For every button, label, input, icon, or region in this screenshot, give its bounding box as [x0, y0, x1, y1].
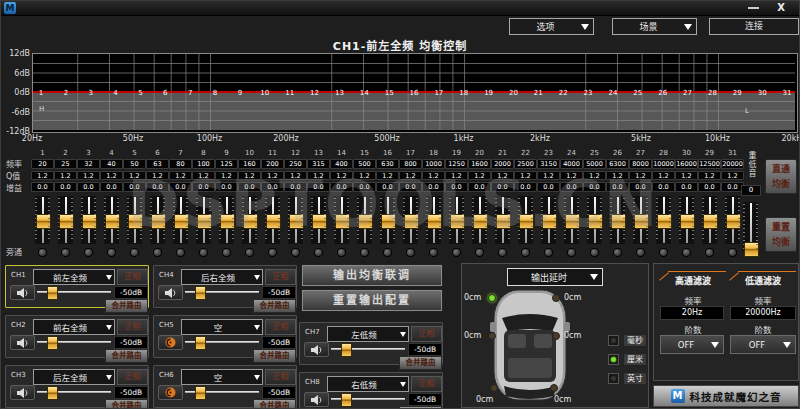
band-gain-fader[interactable]	[311, 196, 326, 244]
band-bypass-toggle[interactable]	[383, 248, 392, 257]
eq-point-22[interactable]: 22	[559, 89, 568, 97]
reset-eq-button[interactable]: 重置 均衡	[765, 217, 797, 252]
lp-freq-value[interactable]: 20000Hz	[730, 306, 796, 320]
band-bypass-toggle[interactable]	[314, 248, 323, 257]
radio-box[interactable]	[608, 335, 619, 346]
speaker-icon-button[interactable]	[304, 342, 329, 357]
band-gain-fader[interactable]	[495, 196, 510, 244]
delay-dot-rear-right[interactable]	[550, 384, 558, 392]
phase-button[interactable]: 正相	[117, 269, 148, 285]
channel-source-dropdown[interactable]: 前左全频	[33, 269, 115, 285]
fader-handle[interactable]	[36, 214, 51, 229]
phase-button[interactable]: 正相	[265, 369, 296, 385]
channel-gain-slider[interactable]	[37, 286, 111, 298]
eq-point-1[interactable]: 1	[39, 89, 43, 97]
fader-handle[interactable]	[634, 214, 649, 229]
eq-point-11[interactable]: 11	[285, 89, 294, 97]
minimize-button[interactable]	[748, 7, 759, 9]
delay-dot-rear-left[interactable]	[490, 384, 498, 392]
delay-dot-front-right[interactable]	[552, 294, 560, 302]
fader-handle[interactable]	[703, 214, 718, 229]
slider-handle[interactable]	[195, 386, 206, 400]
band-bypass-toggle[interactable]	[544, 248, 553, 257]
band-gain-fader[interactable]	[150, 196, 165, 244]
band-gain-fader[interactable]	[35, 196, 50, 244]
band-gain-fader[interactable]	[426, 196, 441, 244]
fader-handle[interactable]	[59, 214, 74, 229]
eq-point-6[interactable]: 6	[163, 89, 168, 97]
channel-gain-slider[interactable]	[331, 393, 405, 405]
direct-eq-button[interactable]: 直通 均衡	[765, 159, 797, 194]
radio-box[interactable]	[608, 354, 619, 365]
channel-source-dropdown[interactable]: 后右全频	[181, 269, 263, 285]
phase-button[interactable]: 正相	[411, 326, 442, 342]
band-gain-fader[interactable]	[541, 196, 556, 244]
fader-handle[interactable]	[611, 214, 626, 229]
band-bypass-toggle[interactable]	[291, 248, 300, 257]
unit-radio-3[interactable]: 英寸	[608, 372, 647, 385]
channel-source-dropdown[interactable]: 空	[181, 369, 263, 385]
fader-handle[interactable]	[358, 214, 373, 229]
band-gain-fader[interactable]	[449, 196, 464, 244]
band-bypass-toggle[interactable]	[268, 248, 277, 257]
eq-point-30[interactable]: 30	[758, 89, 767, 97]
slider-handle[interactable]	[47, 386, 58, 400]
band-bypass-toggle[interactable]	[728, 248, 737, 257]
band-bypass-toggle[interactable]	[705, 248, 714, 257]
fader-handle[interactable]	[588, 214, 603, 229]
channel-source-dropdown[interactable]: 空	[181, 319, 263, 335]
eq-point-4[interactable]: 4	[113, 89, 118, 97]
eq-point-10[interactable]: 10	[260, 89, 269, 97]
mute-icon-button[interactable]	[158, 335, 183, 350]
phase-button[interactable]: 正相	[411, 376, 442, 392]
eq-point-21[interactable]: 21	[534, 89, 543, 97]
channel-source-dropdown[interactable]: 左低频	[327, 326, 409, 342]
band-gain-fader[interactable]	[633, 196, 648, 244]
eq-point-28[interactable]: 28	[708, 89, 717, 97]
delay-dot-mid-left[interactable]	[488, 332, 496, 340]
subwoofer-fader[interactable]	[743, 202, 758, 252]
hp-order-dropdown[interactable]: OFF	[660, 335, 724, 354]
scene-dropdown[interactable]: 场景	[612, 18, 697, 35]
channel-source-dropdown[interactable]: 前右全频	[33, 319, 115, 335]
eq-curve-plot[interactable]: 1234567891011121314151617181920212223242…	[33, 54, 795, 130]
band-gain-fader[interactable]	[104, 196, 119, 244]
slider-handle[interactable]	[341, 343, 352, 357]
band-bypass-toggle[interactable]	[659, 248, 668, 257]
band-gain-fader[interactable]	[196, 196, 211, 244]
band-bypass-toggle[interactable]	[590, 248, 599, 257]
fader-handle[interactable]	[312, 214, 327, 229]
fader-handle[interactable]	[335, 214, 350, 229]
channel-source-dropdown[interactable]: 后左全频	[33, 369, 115, 385]
band-gain-fader[interactable]	[219, 196, 234, 244]
band-gain-fader[interactable]	[173, 196, 188, 244]
eq-point-27[interactable]: 27	[683, 89, 692, 97]
band-bypass-toggle[interactable]	[245, 248, 254, 257]
band-bypass-toggle[interactable]	[222, 248, 231, 257]
band-gain-fader[interactable]	[242, 196, 257, 244]
fader-handle[interactable]	[565, 214, 580, 229]
eq-point-24[interactable]: 24	[608, 89, 617, 97]
lp-marker[interactable]: L	[745, 107, 749, 115]
fader-handle[interactable]	[105, 214, 120, 229]
band-bypass-toggle[interactable]	[406, 248, 415, 257]
band-bypass-toggle[interactable]	[475, 248, 484, 257]
unit-radio-2[interactable]: 厘米	[608, 353, 647, 366]
fader-handle[interactable]	[427, 214, 442, 229]
band-bypass-toggle[interactable]	[498, 248, 507, 257]
fader-handle[interactable]	[496, 214, 511, 229]
band-gain-fader[interactable]	[403, 196, 418, 244]
band-gain-fader[interactable]	[334, 196, 349, 244]
merge-route-button[interactable]: 合并路由	[105, 299, 148, 313]
band-gain-fader[interactable]	[58, 196, 73, 244]
output-eq-link-button[interactable]: 输出均衡联调	[302, 265, 442, 286]
band-bypass-toggle[interactable]	[107, 248, 116, 257]
speaker-icon-button[interactable]	[158, 285, 183, 300]
merge-route-button[interactable]: 合并路由	[253, 349, 296, 363]
band-gain-fader[interactable]	[357, 196, 372, 244]
eq-point-16[interactable]: 16	[410, 89, 419, 97]
connect-button[interactable]: 连接	[709, 18, 799, 35]
eq-point-5[interactable]: 5	[138, 89, 142, 97]
band-gain-fader[interactable]	[81, 196, 96, 244]
delay-dot-mid-right[interactable]	[552, 332, 560, 340]
